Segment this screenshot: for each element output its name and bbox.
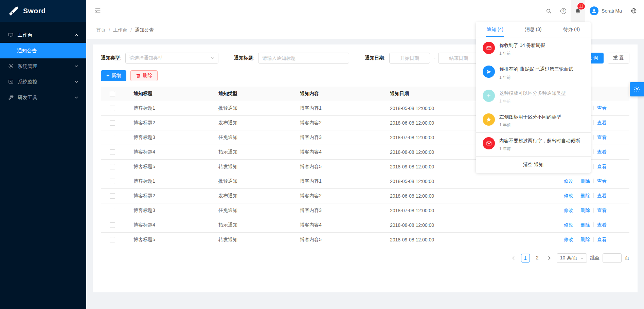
mail-icon [483, 137, 495, 149]
row-checkbox[interactable] [110, 135, 115, 140]
add-button[interactable]: 新增 [101, 70, 126, 81]
row-checkbox[interactable] [110, 179, 115, 184]
notice-title-input[interactable] [258, 53, 349, 63]
notification-item[interactable]: 这种模板可以区分多种通知类型 1 年前 [476, 85, 591, 109]
sidebar-item-workbench[interactable]: 工作台 [0, 27, 86, 43]
delete-link[interactable]: 删除 [580, 237, 590, 242]
view-link[interactable]: 查看 [597, 149, 607, 154]
view-link[interactable]: 查看 [597, 105, 607, 111]
page-size-select[interactable]: 10 条/页 [557, 253, 587, 263]
jump-page-input[interactable] [603, 253, 622, 263]
view-link[interactable]: 查看 [597, 237, 607, 242]
trash-icon [136, 73, 141, 78]
sidebar-item-label: 系统管理 [18, 63, 37, 70]
view-link[interactable]: 查看 [597, 164, 607, 169]
edit-link[interactable]: 修改 [564, 207, 573, 213]
app-root: Sword 工作台 通知公告 系统管理 [0, 0, 644, 309]
delete-link[interactable]: 删除 [580, 193, 590, 198]
sidebar-item-dev-tools[interactable]: 研发工具 [0, 90, 86, 105]
mail-icon [483, 42, 495, 54]
breadcrumb-workbench[interactable]: 工作台 [113, 27, 127, 33]
row-checkbox[interactable] [110, 208, 115, 213]
row-checkbox[interactable] [110, 193, 115, 199]
sidebar-item-label: 通知公告 [17, 48, 37, 54]
row-checkbox[interactable] [110, 120, 115, 126]
pagination: 1 2 10 条/页 跳至 页 [101, 253, 629, 263]
reset-button[interactable]: 重 置 [608, 53, 629, 63]
monitor-icon [8, 79, 14, 85]
bell-icon[interactable]: 11 [571, 0, 585, 22]
page-number-1[interactable]: 1 [521, 254, 530, 262]
notice-title-label: 通知标题: [234, 55, 255, 61]
header-actions: 11 Serati Ma [541, 0, 644, 22]
help-icon[interactable] [556, 0, 571, 22]
setting-icon [8, 63, 14, 69]
notification-item[interactable]: 左侧图标用于区分不同的类型 1 年前 [476, 109, 591, 133]
notification-tabs: 通知 (4) 消息 (3) 待办 (4) [476, 22, 591, 37]
plus-icon [106, 73, 109, 78]
edit-link[interactable]: 修改 [564, 237, 573, 242]
start-date-input[interactable] [389, 53, 430, 63]
row-checkbox[interactable] [110, 222, 115, 228]
prev-page-button[interactable] [509, 254, 518, 262]
notification-item[interactable]: 你推荐的 曲妮妮 已通过第三轮面试 1 年前 [476, 61, 591, 85]
row-checkbox[interactable] [110, 149, 115, 155]
page-number-2[interactable]: 2 [533, 254, 542, 262]
tab-todos[interactable]: 待办 (4) [552, 22, 591, 37]
delete-link[interactable]: 删除 [580, 178, 590, 184]
view-link[interactable]: 查看 [597, 178, 607, 184]
column-header-title: 通知标题 [128, 87, 213, 101]
chevron-down-icon [75, 80, 78, 84]
delete-link[interactable]: 删除 [580, 222, 590, 228]
notification-item[interactable]: 你收到了 14 份新周报 1 年前 [476, 37, 591, 61]
notice-type-select[interactable]: 请选择通知类型 [125, 53, 218, 63]
view-link[interactable]: 查看 [597, 134, 607, 140]
chevron-down-icon [75, 96, 78, 99]
sidebar-item-system-management[interactable]: 系统管理 [0, 58, 86, 74]
chevron-down-icon [75, 65, 78, 68]
sidebar-item-system-monitor[interactable]: 系统监控 [0, 74, 86, 90]
view-link[interactable]: 查看 [597, 120, 607, 125]
select-all-checkbox[interactable] [110, 91, 115, 96]
settings-float-button[interactable] [630, 82, 644, 96]
sidebar-item-notice[interactable]: 通知公告 [0, 43, 86, 58]
chevron-down-icon [211, 56, 214, 60]
next-page-button[interactable] [545, 254, 554, 262]
row-checkbox[interactable] [110, 164, 115, 169]
date-range-separator: ~ [433, 55, 435, 61]
table-row: 博客标题2 发布通知 博客内容2 2018-06-08 12:00:00 修改删… [101, 189, 629, 203]
gear-icon [633, 86, 640, 93]
column-header-content: 通知内容 [294, 87, 384, 101]
chevron-down-icon [580, 257, 584, 260]
notification-item[interactable]: 内容不要超过两行字，超出时自动截断 1 年前 [476, 133, 591, 157]
clear-notifications-button[interactable]: 清空 通知 [476, 157, 591, 173]
row-checkbox[interactable] [110, 237, 115, 242]
end-date-input[interactable] [438, 53, 479, 63]
breadcrumb-current: 通知公告 [135, 27, 154, 33]
edit-link[interactable]: 修改 [564, 193, 573, 198]
view-link[interactable]: 查看 [597, 207, 607, 213]
edit-link[interactable]: 修改 [564, 222, 573, 228]
user-menu[interactable]: Serati Ma [585, 0, 626, 22]
header: 11 Serati Ma [86, 0, 644, 22]
menu-fold-icon[interactable] [94, 7, 101, 14]
view-link[interactable]: 查看 [597, 193, 607, 198]
search-icon[interactable] [541, 0, 556, 22]
notification-badge: 11 [577, 3, 585, 10]
notification-panel: 通知 (4) 消息 (3) 待办 (4) 你收到了 14 份新周报 1 年前 你… [476, 22, 591, 173]
breadcrumb-home[interactable]: 首页 [96, 27, 106, 33]
tab-notices[interactable]: 通知 (4) [476, 22, 514, 37]
view-link[interactable]: 查看 [597, 222, 607, 228]
delete-button[interactable]: 删除 [130, 70, 158, 81]
notice-type-label: 通知类型: [101, 55, 122, 61]
table-row: 博客标题3 任免通知 博客内容3 2018-07-08 12:00:00 修改删… [101, 203, 629, 218]
avatar [590, 6, 598, 15]
row-checkbox[interactable] [110, 106, 115, 111]
logo[interactable]: Sword [0, 0, 86, 22]
globe-icon[interactable] [626, 0, 641, 22]
delete-link[interactable]: 删除 [580, 207, 590, 213]
tab-messages[interactable]: 消息 (3) [514, 22, 553, 37]
desktop-icon [8, 32, 14, 38]
edit-link[interactable]: 修改 [564, 178, 573, 184]
column-header-type: 通知类型 [213, 87, 294, 101]
